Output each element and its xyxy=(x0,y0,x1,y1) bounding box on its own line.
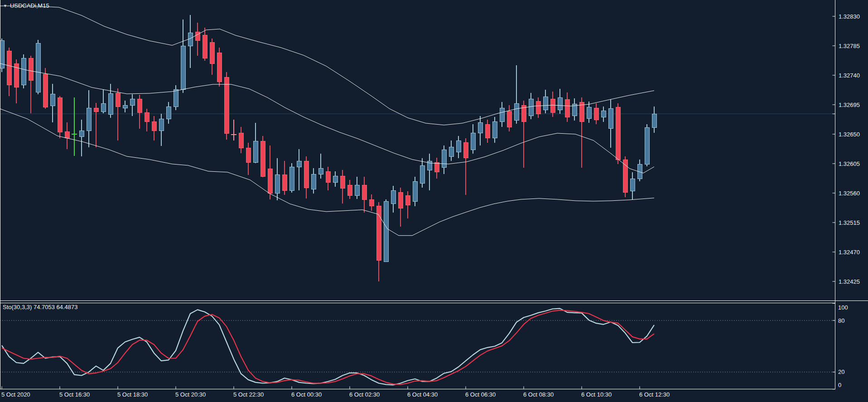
triangle-down-icon: ▼ xyxy=(3,4,7,8)
chart-canvas[interactable]: 1.328301.327851.327401.326951.326501.326… xyxy=(0,0,868,402)
price-axis-label: 1.32560 xyxy=(839,190,860,197)
time-axis-label: 6 Oct 04:30 xyxy=(407,391,438,398)
time-axis-label: 5 Oct 20:30 xyxy=(175,391,206,398)
time-axis-label: 5 Oct 18:30 xyxy=(117,391,148,398)
sto-axis-label: 0 xyxy=(838,382,841,388)
stochastic-label: Sto(30,3,3) 74.7053 64.4873 xyxy=(3,304,78,310)
price-axis-label: 1.32470 xyxy=(839,249,860,256)
time-axis-label: 6 Oct 10:30 xyxy=(581,391,612,398)
price-axis-label: 1.32830 xyxy=(839,13,860,20)
symbol-label: USDCADi,M15 xyxy=(10,2,49,9)
sto-axis-label: 80 xyxy=(838,317,844,324)
symbol-title: ▼USDCADi,M15 xyxy=(3,2,49,9)
time-axis-label: 6 Oct 02:30 xyxy=(349,391,380,398)
time-axis-label: 5 Oct 16:30 xyxy=(59,391,90,398)
price-axis-label: 1.32695 xyxy=(839,102,860,108)
trading-chart-window: 1.328301.327851.327401.326951.326501.326… xyxy=(0,0,868,402)
price-axis-label: 1.32650 xyxy=(839,131,860,138)
time-axis-label: 6 Oct 06:30 xyxy=(465,391,496,398)
sto-axis-label: 100 xyxy=(838,304,848,311)
time-axis-label: 6 Oct 12:30 xyxy=(639,391,670,398)
time-axis-label: 5 Oct 2020 xyxy=(1,391,30,398)
sto-axis-label: 20 xyxy=(838,368,844,375)
price-axis-label: 1.32425 xyxy=(839,278,860,285)
time-axis-label: 5 Oct 22:30 xyxy=(233,391,264,398)
price-axis-label: 1.32605 xyxy=(839,160,860,167)
price-axis-label: 1.32740 xyxy=(839,72,860,79)
time-axis-label: 6 Oct 00:30 xyxy=(291,391,322,398)
price-axis-label: 1.32515 xyxy=(839,219,860,226)
time-axis-label: 6 Oct 08:30 xyxy=(523,391,554,398)
price-axis-label: 1.32785 xyxy=(839,43,860,49)
